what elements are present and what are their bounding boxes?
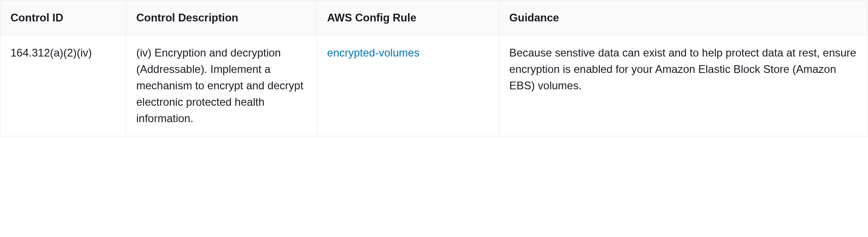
header-aws-config-rule: AWS Config Rule	[317, 0, 499, 36]
header-guidance: Guidance	[499, 0, 868, 36]
table-header: Control ID Control Description AWS Confi…	[0, 0, 868, 36]
header-control-description: Control Description	[126, 0, 317, 36]
header-control-id: Control ID	[0, 0, 126, 36]
config-rule-link[interactable]: encrypted-volumes	[327, 46, 419, 59]
cell-control-id: 164.312(a)(2)(iv)	[0, 36, 126, 136]
cell-guidance: Because senstive data can exist and to h…	[499, 36, 868, 136]
cell-control-description: (iv) Encryption and decryption (Addressa…	[126, 36, 317, 136]
table-body: 164.312(a)(2)(iv) (iv) Encryption and de…	[0, 36, 868, 136]
table-header-row: Control ID Control Description AWS Confi…	[0, 0, 868, 36]
table-row: 164.312(a)(2)(iv) (iv) Encryption and de…	[0, 36, 868, 136]
compliance-table: Control ID Control Description AWS Confi…	[0, 0, 868, 136]
cell-aws-config-rule: encrypted-volumes	[317, 36, 499, 136]
